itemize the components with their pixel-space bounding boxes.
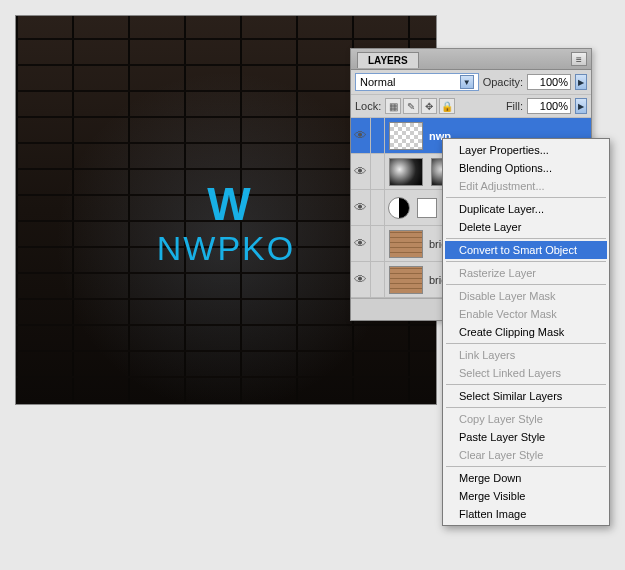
context-menu-item[interactable]: Create Clipping Mask xyxy=(445,323,607,341)
eye-icon: 👁 xyxy=(354,272,367,287)
context-menu-separator xyxy=(446,407,606,408)
context-menu-item[interactable]: Select Similar Layers xyxy=(445,387,607,405)
neon-main-text: NWPKO xyxy=(157,229,295,268)
context-menu-item: Link Layers xyxy=(445,346,607,364)
link-col[interactable] xyxy=(371,190,385,225)
adjustment-layer-icon[interactable] xyxy=(388,197,410,219)
layer-context-menu: Layer Properties...Blending Options...Ed… xyxy=(442,138,610,526)
fill-label: Fill: xyxy=(506,100,523,112)
panel-menu-icon[interactable] xyxy=(571,52,587,66)
context-menu-separator xyxy=(446,466,606,467)
lock-icons-group: ▦ ✎ ✥ 🔒 xyxy=(385,98,455,114)
context-menu-item: Enable Vector Mask xyxy=(445,305,607,323)
eye-icon: 👁 xyxy=(354,128,367,143)
context-menu-separator xyxy=(446,261,606,262)
context-menu-separator xyxy=(446,343,606,344)
panel-header: LAYERS xyxy=(351,49,591,70)
chevron-down-icon: ▼ xyxy=(460,75,474,89)
lock-fill-row: Lock: ▦ ✎ ✥ 🔒 Fill: 100% ▶ xyxy=(351,95,591,118)
fill-slider-caret-icon[interactable]: ▶ xyxy=(575,98,587,114)
opacity-input[interactable]: 100% xyxy=(527,74,571,90)
context-menu-separator xyxy=(446,197,606,198)
opacity-slider-caret-icon[interactable]: ▶ xyxy=(575,74,587,90)
link-col[interactable] xyxy=(371,262,385,297)
visibility-toggle[interactable]: 👁 xyxy=(351,118,371,153)
lock-position-icon[interactable]: ✥ xyxy=(421,98,437,114)
layer-thumbnail[interactable] xyxy=(389,230,423,258)
context-menu-item[interactable]: Merge Visible xyxy=(445,487,607,505)
lock-all-icon[interactable]: 🔒 xyxy=(439,98,455,114)
visibility-toggle[interactable]: 👁 xyxy=(351,226,371,261)
visibility-toggle[interactable]: 👁 xyxy=(351,154,371,189)
visibility-toggle[interactable]: 👁 xyxy=(351,262,371,297)
lock-transparency-icon[interactable]: ▦ xyxy=(385,98,401,114)
context-menu-item[interactable]: Paste Layer Style xyxy=(445,428,607,446)
neon-logo-text: W xyxy=(157,183,295,224)
eye-icon: 👁 xyxy=(354,200,367,215)
context-menu-item: Edit Adjustment... xyxy=(445,177,607,195)
layer-thumbnail[interactable] xyxy=(389,266,423,294)
blend-opacity-row: Normal ▼ Opacity: 100% ▶ xyxy=(351,70,591,95)
context-menu-item[interactable]: Delete Layer xyxy=(445,218,607,236)
blend-mode-value: Normal xyxy=(360,76,395,88)
panel-tab-layers[interactable]: LAYERS xyxy=(357,52,419,68)
neon-artwork: W NWPKO xyxy=(157,183,295,267)
lock-pixels-icon[interactable]: ✎ xyxy=(403,98,419,114)
context-menu-separator xyxy=(446,384,606,385)
layer-thumbnail[interactable] xyxy=(389,122,423,150)
context-menu-item: Select Linked Layers xyxy=(445,364,607,382)
visibility-toggle[interactable]: 👁 xyxy=(351,190,371,225)
context-menu-separator xyxy=(446,238,606,239)
context-menu-item: Disable Layer Mask xyxy=(445,287,607,305)
link-col[interactable] xyxy=(371,226,385,261)
lock-label: Lock: xyxy=(355,100,381,112)
context-menu-separator xyxy=(446,284,606,285)
blend-mode-select[interactable]: Normal ▼ xyxy=(355,73,479,91)
link-col[interactable] xyxy=(371,118,385,153)
eye-icon: 👁 xyxy=(354,236,367,251)
context-menu-item: Copy Layer Style xyxy=(445,410,607,428)
context-menu-item[interactable]: Layer Properties... xyxy=(445,141,607,159)
context-menu-item[interactable]: Blending Options... xyxy=(445,159,607,177)
layer-mask-thumbnail[interactable] xyxy=(417,198,437,218)
context-menu-item[interactable]: Merge Down xyxy=(445,469,607,487)
context-menu-item: Clear Layer Style xyxy=(445,446,607,464)
context-menu-item[interactable]: Convert to Smart Object xyxy=(445,241,607,259)
eye-icon: 👁 xyxy=(354,164,367,179)
fill-input[interactable]: 100% xyxy=(527,98,571,114)
context-menu-item[interactable]: Duplicate Layer... xyxy=(445,200,607,218)
context-menu-item[interactable]: Flatten Image xyxy=(445,505,607,523)
layer-thumbnail[interactable] xyxy=(389,158,423,186)
opacity-label: Opacity: xyxy=(483,76,523,88)
link-col[interactable] xyxy=(371,154,385,189)
context-menu-item: Rasterize Layer xyxy=(445,264,607,282)
